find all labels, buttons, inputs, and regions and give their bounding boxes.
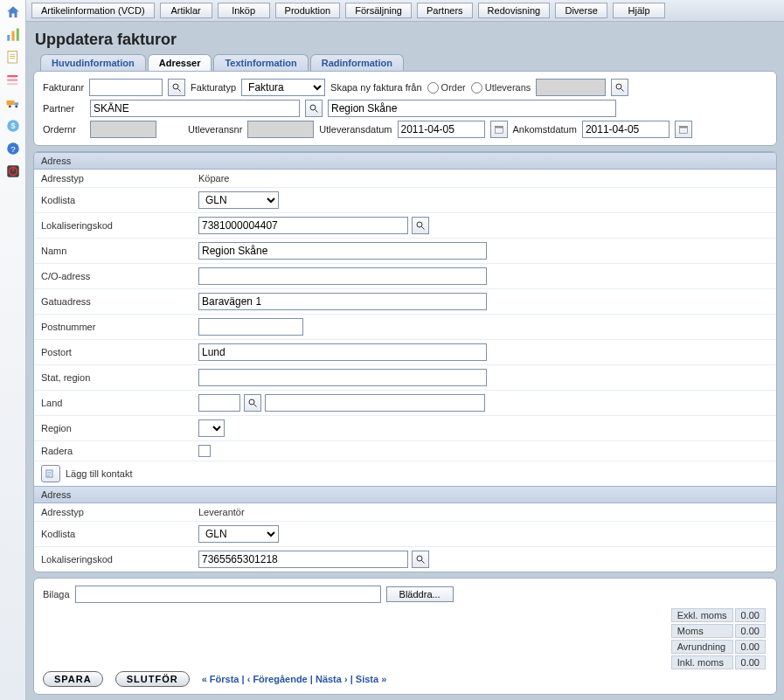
truck-icon[interactable] xyxy=(3,94,23,113)
header-panel: Fakturanr Fakturatyp Faktura Skapa ny fa… xyxy=(33,71,777,146)
tabbar: Huvudinformation Adresser Textinformatio… xyxy=(40,54,777,71)
help-icon[interactable]: ? xyxy=(3,139,23,158)
pager-next[interactable]: Nästa › xyxy=(316,674,348,684)
svg-text:$: $ xyxy=(10,121,15,130)
partner-name-input[interactable] xyxy=(328,100,616,117)
pager-last[interactable]: Sista » xyxy=(356,674,386,684)
browse-button[interactable]: Bläddra... xyxy=(386,586,454,602)
menu-hjalp[interactable]: Hjälp xyxy=(613,3,665,18)
skapa-utl-radio[interactable] xyxy=(471,82,482,94)
adr1-typ-value: Köpare xyxy=(198,173,769,184)
svg-rect-8 xyxy=(14,102,18,105)
adr1-postnr-input[interactable] xyxy=(198,318,303,336)
adr1-lok-input[interactable] xyxy=(198,217,408,234)
svg-line-31 xyxy=(254,405,257,407)
adr1-header: Adress xyxy=(34,152,776,170)
bilaga-input[interactable] xyxy=(75,586,381,603)
adr1-gatu-label: Gatuadress xyxy=(41,296,198,307)
utlnr-label: Utleveransnr xyxy=(188,124,242,135)
svg-rect-17 xyxy=(12,167,14,171)
partner-search-icon[interactable] xyxy=(305,100,323,117)
footer-panel: Bilaga Bläddra... Exkl. moms0.00 Moms0.0… xyxy=(33,578,777,695)
ankdatum-calendar-icon[interactable] xyxy=(675,121,692,138)
chart-bar-icon[interactable] xyxy=(3,25,23,45)
adr1-co-input[interactable] xyxy=(198,267,487,285)
menu-redovisning[interactable]: Redovisning xyxy=(478,3,551,18)
skapa-ref-input xyxy=(536,79,606,96)
adr1-region-select[interactable] xyxy=(198,419,225,437)
adr2-lok-search-icon[interactable] xyxy=(412,551,429,568)
adr1-land-name-input[interactable] xyxy=(265,394,485,412)
adr1-radera-label: Radera xyxy=(41,446,198,456)
utldatum-input[interactable] xyxy=(398,121,485,138)
partner-code-input[interactable] xyxy=(90,100,300,117)
finish-button[interactable]: SLUTFÖR xyxy=(115,671,190,687)
skapa-search-icon[interactable] xyxy=(611,79,628,96)
svg-line-23 xyxy=(316,110,318,113)
tab-textinformation[interactable]: Textinformation xyxy=(213,54,308,71)
menu-inkop[interactable]: Inköp xyxy=(218,3,270,18)
total-inkl-label: Inkl. moms xyxy=(671,655,733,669)
total-inkl-value: 0.00 xyxy=(735,655,766,669)
adr1-land-code-input[interactable] xyxy=(198,394,240,412)
menu-forsaljning[interactable]: Försäljning xyxy=(345,3,412,18)
fakturatyp-label: Fakturatyp xyxy=(191,82,236,93)
fakturanr-input[interactable] xyxy=(89,79,163,96)
adr1-namn-input[interactable] xyxy=(198,242,487,260)
document-icon[interactable] xyxy=(3,48,23,67)
adr1-land-label: Land xyxy=(41,398,198,408)
fakturanr-search-icon[interactable] xyxy=(168,79,185,96)
add-contact-button[interactable] xyxy=(41,465,60,482)
svg-rect-2 xyxy=(16,29,18,41)
adr1-stat-input[interactable] xyxy=(198,369,487,386)
adr1-lok-search-icon[interactable] xyxy=(412,217,429,234)
currency-icon[interactable]: $ xyxy=(3,116,23,135)
partner-label: Partner xyxy=(43,103,85,114)
utldatum-calendar-icon[interactable] xyxy=(490,121,508,138)
tab-huvudinformation[interactable]: Huvudinformation xyxy=(40,54,146,71)
home-icon[interactable] xyxy=(3,3,23,22)
adr2-kodlista-select[interactable]: GLN xyxy=(198,525,279,543)
totals-box: Exkl. moms0.00 Moms0.00 Avrundning0.00 I… xyxy=(670,606,767,671)
svg-line-34 xyxy=(422,561,425,564)
utldatum-label: Utleveransdatum xyxy=(319,124,392,135)
pager-first[interactable]: « Första xyxy=(202,674,239,684)
ankdatum-input[interactable] xyxy=(582,121,670,138)
adr1-postnr-label: Postnummer xyxy=(41,322,198,332)
list-icon[interactable] xyxy=(3,71,23,90)
total-exkl-value: 0.00 xyxy=(735,608,766,622)
svg-point-22 xyxy=(310,105,316,110)
svg-point-33 xyxy=(417,556,422,561)
svg-rect-4 xyxy=(7,75,17,77)
ordernr-input xyxy=(90,121,156,138)
menu-diverse[interactable]: Diverse xyxy=(555,3,607,18)
adr1-kodlista-select[interactable]: GLN xyxy=(198,191,279,209)
fakturanr-label: Fakturanr xyxy=(43,82,84,93)
adr1-postort-label: Postort xyxy=(41,347,198,357)
utlnr-input xyxy=(247,121,314,138)
skapa-label: Skapa ny faktura från xyxy=(330,82,422,93)
adr2-header: Adress xyxy=(34,486,776,503)
svg-line-29 xyxy=(422,227,425,230)
fakturatyp-select[interactable]: Faktura xyxy=(241,79,325,96)
tab-adresser[interactable]: Adresser xyxy=(148,54,212,71)
skapa-order-radio[interactable] xyxy=(427,82,439,94)
adr2-lok-input[interactable] xyxy=(198,551,408,568)
save-button[interactable]: SPARA xyxy=(43,671,103,687)
adr1-radera-checkbox[interactable] xyxy=(198,445,211,457)
menu-partners[interactable]: Partners xyxy=(417,3,473,18)
menu-artiklar[interactable]: Artiklar xyxy=(160,3,212,18)
address-scroll-panel[interactable]: Adress AdresstypKöpare KodlistaGLN Lokal… xyxy=(33,151,777,572)
menu-artikelinfo[interactable]: Artikelinformation (VCD) xyxy=(31,3,155,18)
pager-prev[interactable]: ‹ Föregående xyxy=(247,674,308,684)
adr1-postort-input[interactable] xyxy=(198,343,487,361)
adr2-typ-value: Leverantör xyxy=(198,507,769,517)
menu-produktion[interactable]: Produktion xyxy=(275,3,341,18)
adr1-gatu-input[interactable] xyxy=(198,293,487,310)
skapa-order-label: Order xyxy=(441,82,466,93)
power-icon[interactable] xyxy=(3,162,23,181)
svg-rect-3 xyxy=(8,52,17,64)
ordernr-label: Ordernr xyxy=(43,124,85,135)
adr1-land-search-icon[interactable] xyxy=(244,394,261,412)
tab-radinformation[interactable]: Radinformation xyxy=(310,54,404,71)
